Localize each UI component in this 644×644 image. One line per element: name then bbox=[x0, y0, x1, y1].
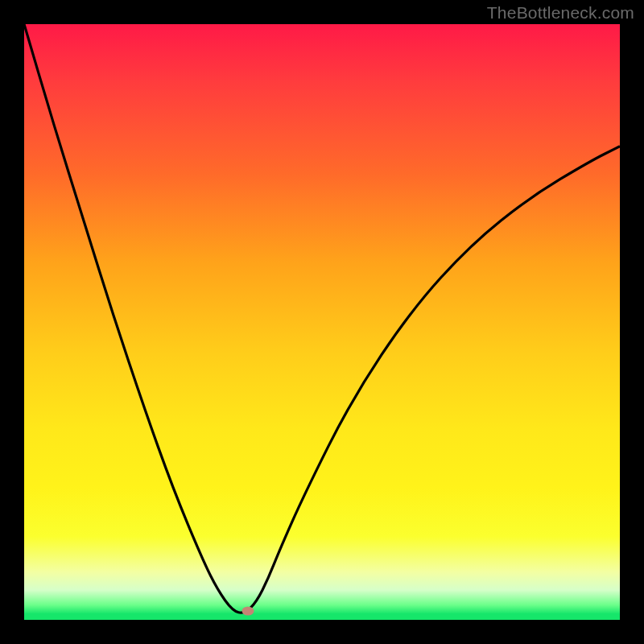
bottleneck-curve bbox=[24, 24, 620, 613]
watermark-text: TheBottleneck.com bbox=[487, 3, 634, 23]
curve-svg bbox=[24, 24, 620, 620]
gradient-plot-area bbox=[24, 24, 620, 620]
marker-dot bbox=[242, 606, 254, 615]
